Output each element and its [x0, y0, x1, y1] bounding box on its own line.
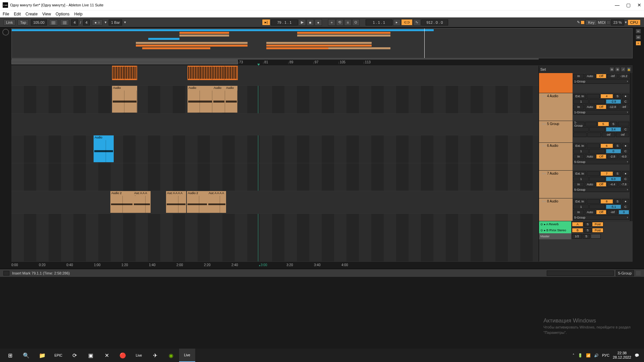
stop-button[interactable]: ■ — [307, 19, 314, 26]
mixer-cell[interactable] — [573, 127, 589, 132]
mixer-cell[interactable]: Auto — [585, 210, 595, 215]
mixer-cell[interactable]: 1-Group — [573, 110, 629, 115]
mixer-cell[interactable]: Auto — [585, 74, 595, 78]
track-name[interactable]: ⊙ ▸4 Audio — [540, 93, 573, 121]
mixer-cell[interactable]: 1 — [573, 99, 589, 104]
ableton-taskbar-icon[interactable]: Live — [179, 349, 195, 362]
mixer-cell[interactable] — [618, 122, 629, 126]
mixer-cell[interactable] — [589, 204, 605, 209]
mixer-cell[interactable]: 1 — [573, 204, 589, 209]
mixer-cell[interactable]: -5.1 — [606, 204, 621, 209]
start-button[interactable]: ⊞ — [2, 349, 18, 362]
return-track[interactable]: ⊙ ▸ B RVox StereoBSPost — [539, 227, 633, 233]
telegram-icon[interactable]: ✈ — [147, 349, 163, 362]
mixer-cell[interactable]: Auto — [585, 105, 595, 109]
view-menu-button[interactable]: ≡ — [636, 41, 641, 46]
track-lane[interactable]: Audio — [11, 135, 539, 163]
mixer-cell[interactable]: Off — [596, 105, 607, 109]
computer-midi-indicator[interactable] — [581, 20, 585, 24]
session-view-toggle-icon[interactable] — [2, 29, 9, 36]
mixer-cell[interactable]: 3.4 — [606, 127, 621, 132]
steam-icon[interactable]: ⟳ — [66, 349, 83, 362]
track-name[interactable]: ⊙ ▸5 Group — [540, 121, 573, 142]
mixer-cell[interactable] — [587, 171, 599, 176]
mixer-cell[interactable]: Ext. In — [573, 94, 586, 99]
mixer-cell[interactable]: 1 — [573, 149, 589, 154]
mixer-cell[interactable]: -inf — [616, 132, 629, 137]
maximize-button[interactable]: ▢ — [626, 2, 631, 8]
mixer-cell[interactable] — [587, 199, 599, 204]
mixer-cell[interactable]: Auto — [585, 182, 595, 187]
mixer-cell[interactable]: 5-Group — [573, 160, 629, 164]
mixer-cell[interactable]: ● — [622, 199, 629, 204]
nudge-down[interactable]: |||| — [49, 19, 58, 25]
clock[interactable]: 22:38 28.12.2022 — [613, 351, 631, 360]
mixer-cell[interactable]: Off — [596, 182, 607, 187]
menu-help[interactable]: Help — [74, 12, 83, 16]
mixer-cell[interactable] — [589, 99, 605, 104]
cpu-label[interactable]: CPU — [628, 19, 641, 25]
status-icon[interactable] — [3, 271, 9, 276]
clip[interactable]: Audio — [225, 86, 237, 113]
capture-button[interactable]: ⊙ — [352, 19, 360, 26]
mixer-cell[interactable]: In — [573, 74, 584, 78]
clip[interactable]: Audio — [213, 86, 225, 113]
overdub-button[interactable]: + — [328, 19, 335, 26]
mixer-cell[interactable] — [587, 132, 601, 137]
view-w-button[interactable]: W — [636, 35, 641, 40]
yandex-icon[interactable]: 🔴 — [115, 349, 131, 362]
mixer-cell[interactable]: -inf — [607, 210, 618, 215]
status-group[interactable]: 5-Group — [616, 270, 634, 276]
arrangement-overview[interactable] — [11, 28, 633, 58]
panel-btn-1[interactable]: ⊕ — [609, 67, 614, 72]
mixer-cell[interactable]: Ext. In — [573, 143, 586, 148]
search-button[interactable]: 🔍 — [18, 349, 34, 362]
follow-button[interactable]: ▸| — [262, 19, 270, 25]
mixer-cell[interactable]: -4.4 — [607, 182, 618, 187]
mixer-cell[interactable]: C — [622, 127, 629, 132]
mixer-cell[interactable]: Off — [596, 210, 607, 215]
track-header[interactable]: InAutoOff-inf-16.21-Group — [539, 73, 633, 93]
reenable-automation[interactable]: ≡ — [344, 19, 352, 26]
menu-view[interactable]: View — [42, 12, 51, 16]
status-search[interactable] — [547, 270, 614, 276]
sig-numerator[interactable]: 4 — [71, 19, 78, 25]
clip[interactable]: Auc A A A A — [166, 191, 186, 213]
panel-btn-4[interactable]: 🔒 — [627, 67, 631, 72]
track-name[interactable]: ⊙ ▸6 Audio — [540, 143, 573, 170]
mixer-cell[interactable] — [573, 132, 587, 137]
mixer-cell[interactable]: 1-Group — [573, 79, 629, 84]
language-indicator[interactable]: РУС — [602, 353, 609, 357]
track-lane[interactable]: Audio 2Auc A A A AAuc A A A AAudio 2Auc … — [11, 191, 539, 214]
clip[interactable] — [187, 66, 238, 85]
mixer-cell[interactable]: In — [573, 154, 584, 159]
mixer-cell[interactable]: C — [622, 99, 629, 104]
battery-icon[interactable]: 🔋 — [578, 353, 583, 358]
mixer-cell[interactable]: 0 — [606, 149, 621, 154]
track-header[interactable]: ⊙ ▸8 AudioExt. In8S●1-5.1CInAutoOff-inf0… — [539, 198, 633, 221]
taskview-icon[interactable]: ▣ — [83, 349, 99, 362]
mixer-cell[interactable]: 1-Group — [573, 122, 585, 126]
play-button[interactable]: ▶ — [299, 19, 306, 26]
mixer-cell[interactable] — [589, 127, 605, 132]
mixer-cell[interactable]: 5-Group — [573, 215, 629, 220]
mixer-cell[interactable]: 6 — [600, 143, 613, 148]
menu-create[interactable]: Create — [25, 12, 38, 16]
link-button[interactable]: Link — [3, 19, 15, 25]
mixer-cell[interactable]: ● — [622, 94, 629, 99]
mixer-cell[interactable]: Ext. In — [573, 171, 586, 176]
app-icon-1[interactable]: ✕ — [99, 349, 115, 362]
mixer-cell[interactable]: S — [614, 171, 621, 176]
mixer-cell[interactable]: Ext. In — [573, 199, 586, 204]
punch-in[interactable]: ▸ — [393, 19, 400, 26]
mixer-cell[interactable]: In — [573, 210, 584, 215]
menu-options[interactable]: Options — [56, 12, 69, 16]
arrangement-position[interactable]: 79 . 1 . 1 — [271, 19, 298, 25]
track-header[interactable]: ⊙ ▸5 Group1-Group5S3.4C-inf-inf — [539, 121, 633, 143]
mixer-cell[interactable]: -16.2 — [619, 74, 629, 78]
mixer-cell[interactable]: -12.8 — [607, 105, 618, 109]
mixer-cell[interactable]: 7 — [600, 171, 613, 176]
punch-out[interactable]: ∿ — [413, 19, 421, 26]
clip[interactable]: Audio — [187, 86, 213, 113]
key-map-button[interactable]: Key — [585, 19, 597, 25]
